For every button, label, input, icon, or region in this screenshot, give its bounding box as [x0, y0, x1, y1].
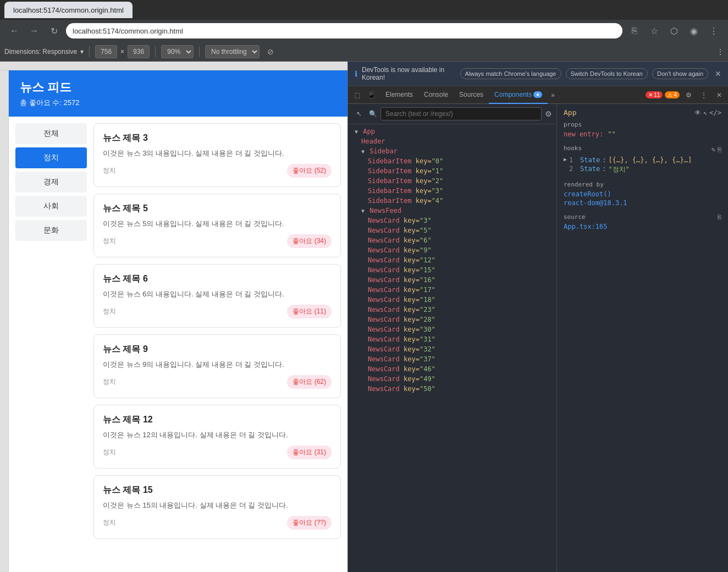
- tree-item-newscard-28[interactable]: NewsCard key="28": [348, 315, 556, 324]
- props-new-entry: new entry: "": [564, 130, 721, 138]
- close-devtools-icon[interactable]: ✕: [713, 89, 726, 102]
- tree-val: "16": [420, 276, 435, 284]
- warn-badge: ⚠ 4: [665, 91, 680, 98]
- active-tab[interactable]: localhost:5174/common.origin.html: [4, 2, 133, 18]
- tree-item-newscard-9[interactable]: NewsCard key="9": [348, 245, 556, 255]
- tree-item-newscard-49[interactable]: NewsCard key="49": [348, 374, 556, 384]
- more-options[interactable]: ⋮: [717, 48, 724, 56]
- inspect-icon[interactable]: ⬚: [350, 89, 363, 102]
- cursor-icon[interactable]: ↖: [352, 107, 366, 120]
- hook-val: [{…}, {…}, {…}, {…}…]: [608, 156, 692, 164]
- tree-item-sidebaritem-1[interactable]: SidebarItem key="1": [348, 166, 556, 176]
- like-button[interactable]: 좋아요 (??): [287, 516, 332, 530]
- code-icon[interactable]: </>: [709, 109, 721, 117]
- select-element-icon[interactable]: ↖: [703, 109, 707, 117]
- like-button[interactable]: 좋아요 (52): [287, 164, 332, 178]
- tree-item-sidebaritem-0[interactable]: SidebarItem key="0": [348, 156, 556, 166]
- expand-icon: [564, 165, 567, 171]
- news-card-3: 뉴스 제목 3 이것은 뉴스 3의 내용입니다. 실제 내용은 더 길 것입니다…: [93, 123, 341, 187]
- tree-item-newscard-18[interactable]: NewsCard key="18": [348, 295, 556, 305]
- tab-sources[interactable]: Sources: [454, 86, 489, 104]
- news-card-content: 이것은 뉴스 5의 내용입니다. 실제 내용은 더 길 것입니다.: [103, 219, 332, 229]
- tree-val: "46": [420, 365, 435, 373]
- tree-item-newscard-30[interactable]: NewsCard key="30": [348, 324, 556, 334]
- eye-icon[interactable]: 👁: [694, 109, 701, 117]
- tree-item-newscard-6[interactable]: NewsCard key="6": [348, 235, 556, 245]
- component-search-input[interactable]: [380, 107, 542, 120]
- search-settings-icon[interactable]: ⚙: [545, 109, 552, 118]
- hook-2-row[interactable]: 2 State : "정치": [564, 165, 721, 174]
- rendered-by-link-2[interactable]: react-dom@18.3.1: [564, 199, 627, 207]
- dont-show-again-button[interactable]: Don't show again: [652, 68, 708, 79]
- tree-item-sidebaritem-3[interactable]: SidebarItem key="3": [348, 186, 556, 196]
- tree-item-newscard-17[interactable]: NewsCard key="17": [348, 285, 556, 295]
- sidebar-btn-politics[interactable]: 정치: [15, 147, 87, 168]
- tree-item-newscard-32[interactable]: NewsCard key="32": [348, 344, 556, 354]
- address-bar[interactable]: localhost:5174/common.origin.html: [66, 23, 622, 38]
- no-cache-icon[interactable]: ⊘: [263, 44, 278, 59]
- tree-attr: key=: [404, 256, 420, 264]
- tree-item-sidebaritem-4[interactable]: SidebarItem key="4": [348, 196, 556, 206]
- more-options-icon[interactable]: ⋮: [697, 89, 710, 102]
- copy-source-icon[interactable]: ⎘: [718, 213, 721, 221]
- ruler-vertical: [0, 70, 9, 572]
- profile-icon[interactable]: ◉: [686, 23, 702, 38]
- tree-item-newscard-3[interactable]: NewsCard key="3": [348, 216, 556, 226]
- tree-item-newscard-12[interactable]: NewsCard key="12": [348, 255, 556, 265]
- tree-item-newscard-46[interactable]: NewsCard key="46": [348, 364, 556, 374]
- sidebar-btn-society[interactable]: 사회: [15, 196, 87, 217]
- like-button[interactable]: 좋아요 (31): [287, 446, 332, 459]
- main-container: 뉴스 피드 총 좋아요 수: 2572 전체 정치 경제 사회 문화: [0, 62, 728, 572]
- zoom-select[interactable]: 90%: [161, 45, 194, 58]
- tree-item-newscard-37[interactable]: NewsCard key="37": [348, 354, 556, 364]
- tree-item-newscard-23[interactable]: NewsCard key="23": [348, 305, 556, 315]
- like-button[interactable]: 좋아요 (11): [287, 305, 332, 318]
- rendered-by-link-1[interactable]: createRoot(): [564, 190, 611, 198]
- notification-close-button[interactable]: ✕: [715, 69, 721, 78]
- star-icon[interactable]: ☆: [647, 23, 662, 38]
- tree-item-app[interactable]: ▼ App: [348, 127, 556, 136]
- menu-icon[interactable]: ⋮: [706, 23, 721, 38]
- hook-1-row[interactable]: ▶ 1 State : [{…}, {…}, {…}, {…}…]: [564, 156, 721, 164]
- cast-icon[interactable]: ⎘: [627, 23, 642, 38]
- throttling-select[interactable]: No throttling: [205, 45, 260, 58]
- always-match-button[interactable]: Always match Chrome's language: [460, 68, 561, 79]
- sidebar-btn-culture[interactable]: 문화: [15, 220, 87, 241]
- like-button[interactable]: 좋아요 (62): [287, 375, 332, 389]
- tree-item-newsfeed[interactable]: ▼ NewsFeed: [348, 206, 556, 216]
- like-button[interactable]: 좋아요 (34): [287, 234, 332, 248]
- tree-item-newscard-50[interactable]: NewsCard key="50": [348, 384, 556, 394]
- tree-item-newscard-15[interactable]: NewsCard key="15": [348, 265, 556, 275]
- height-input[interactable]: [128, 45, 150, 58]
- tree-item-newscard-16[interactable]: NewsCard key="16": [348, 275, 556, 285]
- source-path[interactable]: App.tsx:165: [564, 223, 607, 230]
- tree-val: "1": [432, 167, 444, 175]
- rendered-by-1-row: createRoot(): [564, 190, 721, 198]
- edit-icon[interactable]: ✎: [712, 146, 715, 153]
- forward-button[interactable]: →: [26, 23, 42, 38]
- width-input[interactable]: [95, 45, 117, 58]
- tree-item-sidebaritem-2[interactable]: SidebarItem key="2": [348, 176, 556, 186]
- tab-components[interactable]: Components ★: [489, 86, 548, 104]
- more-tabs-button[interactable]: »: [548, 91, 558, 99]
- hook-num: 1: [569, 156, 578, 164]
- reload-button[interactable]: ↻: [46, 23, 62, 38]
- tab-console[interactable]: Console: [418, 86, 454, 104]
- copy-hooks-icon[interactable]: ⎘: [718, 146, 721, 153]
- tab-elements[interactable]: Elements: [380, 86, 418, 104]
- props-section: props new entry: "": [564, 121, 721, 138]
- switch-devtools-button[interactable]: Switch DevTools to Korean: [566, 68, 648, 79]
- tree-attr: key=: [404, 316, 420, 323]
- tree-item-sidebar[interactable]: ▼ Sidebar: [348, 146, 556, 156]
- component-tree[interactable]: ▼ App Header ▼ Sidebar SidebarItem key="…: [348, 124, 556, 572]
- tree-item-newscard-5[interactable]: NewsCard key="5": [348, 226, 556, 235]
- extensions-icon[interactable]: ⬡: [666, 23, 682, 38]
- settings-gear-icon[interactable]: ⚙: [682, 89, 695, 102]
- tree-attr: key=: [404, 306, 420, 314]
- sidebar-btn-all[interactable]: 전체: [15, 123, 87, 144]
- back-button[interactable]: ←: [7, 23, 22, 38]
- device-icon[interactable]: 📱: [365, 89, 378, 102]
- tree-item-newscard-31[interactable]: NewsCard key="31": [348, 334, 556, 344]
- tree-item-header[interactable]: Header: [348, 136, 556, 146]
- sidebar-btn-economy[interactable]: 경제: [15, 172, 87, 193]
